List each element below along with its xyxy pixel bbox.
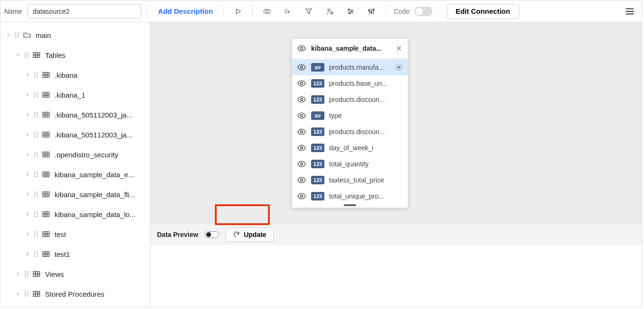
close-icon[interactable] xyxy=(395,44,403,53)
hamburger-menu-icon[interactable] xyxy=(622,3,638,19)
tree-table-item[interactable]: kibana_sample_data_fli... xyxy=(0,184,150,204)
drag-handle-icon[interactable] xyxy=(33,211,39,218)
field-row[interactable]: 123products.discoun... xyxy=(292,91,408,108)
chevron-right-icon[interactable] xyxy=(23,150,32,159)
equalizer-icon[interactable] xyxy=(363,4,380,18)
svg-point-120 xyxy=(301,163,303,165)
edit-connection-button[interactable]: Edit Connection xyxy=(447,4,519,19)
code-toggle[interactable] xyxy=(414,7,432,16)
tree-label: Tables xyxy=(45,51,65,59)
tree-root-main[interactable]: main xyxy=(0,25,150,45)
tree-table-item[interactable]: .kibana_505112003_ja... xyxy=(0,125,150,145)
field-row[interactable]: 123day_of_week_i xyxy=(292,140,408,156)
drag-handle-icon[interactable] xyxy=(33,91,39,98)
tree-group-stored-procedures[interactable]: Stored Procedures xyxy=(0,284,150,304)
card-resize-handle[interactable] xyxy=(292,203,408,208)
tree-table-item[interactable]: kibana_sample_data_lo... xyxy=(0,204,150,224)
svg-point-70 xyxy=(37,196,37,197)
chevron-down-icon[interactable] xyxy=(4,31,13,39)
data-preview-toggle[interactable] xyxy=(205,231,219,238)
chevron-right-icon[interactable] xyxy=(23,130,32,139)
drag-handle-icon[interactable] xyxy=(33,171,39,178)
svg-rect-29 xyxy=(43,73,49,78)
field-row[interactable]: strproducts.manufa... xyxy=(292,59,408,75)
user-settings-icon[interactable] xyxy=(321,4,338,18)
drag-handle-icon[interactable] xyxy=(33,251,39,257)
chevron-right-icon[interactable] xyxy=(23,250,32,258)
svg-point-21 xyxy=(27,56,28,57)
chevron-right-icon[interactable] xyxy=(23,170,32,179)
svg-point-65 xyxy=(34,191,35,192)
field-row[interactable]: strtype xyxy=(292,108,408,124)
tree-table-item[interactable]: .kibana xyxy=(0,65,150,85)
toolbar: Name Add Description Code Edit Con xyxy=(0,0,642,22)
field-row[interactable]: 123total_quantity xyxy=(292,156,408,172)
run-icon[interactable] xyxy=(230,4,247,18)
filter-icon[interactable] xyxy=(300,4,317,18)
chevron-right-icon[interactable] xyxy=(23,91,32,99)
svg-point-33 xyxy=(37,94,37,95)
tree-table-item[interactable]: .kibana_505112003_ja... xyxy=(0,105,150,125)
schema-tree[interactable]: main Tables .kibana.kibana_1.kibana_5051… xyxy=(0,22,150,307)
drag-handle-icon[interactable] xyxy=(33,131,39,138)
chevron-right-icon[interactable] xyxy=(23,230,32,238)
eye-icon[interactable] xyxy=(297,63,306,72)
svg-point-39 xyxy=(34,114,35,115)
chevron-right-icon[interactable] xyxy=(14,290,22,298)
chevron-right-icon[interactable] xyxy=(14,270,22,278)
chevron-down-icon[interactable] xyxy=(14,51,22,59)
field-name: products.base_un... xyxy=(329,80,403,87)
drag-handle-icon[interactable] xyxy=(14,32,20,38)
canvas-area[interactable]: kibana_sample_data... strproducts.manufa… xyxy=(150,22,642,223)
eye-icon[interactable] xyxy=(297,79,306,88)
tree-group-tables[interactable]: Tables xyxy=(0,45,150,65)
drag-handle-icon[interactable] xyxy=(23,291,30,297)
svg-point-42 xyxy=(37,116,37,117)
svg-point-27 xyxy=(34,76,35,77)
eye-icon[interactable] xyxy=(297,191,306,201)
chevron-right-icon[interactable] xyxy=(23,190,32,199)
svg-point-80 xyxy=(37,231,37,232)
tree-table-item[interactable]: kibana_sample_data_e... xyxy=(0,164,150,184)
tree-table-item[interactable]: test xyxy=(0,224,150,244)
drag-handle-icon[interactable] xyxy=(33,191,39,198)
drag-handle-icon[interactable] xyxy=(33,231,39,237)
drag-handle-icon[interactable] xyxy=(23,271,30,277)
eye-icon[interactable] xyxy=(297,143,306,153)
eye-icon[interactable] xyxy=(297,175,306,185)
drag-handle-icon[interactable] xyxy=(23,52,30,58)
chevron-right-icon[interactable] xyxy=(23,71,32,79)
join-icon[interactable] xyxy=(258,4,276,18)
field-row[interactable]: 123total_unique_pro... xyxy=(292,188,408,203)
field-list[interactable]: strproducts.manufa...123products.base_un… xyxy=(292,58,408,203)
sliders-icon[interactable] xyxy=(342,4,359,18)
svg-point-55 xyxy=(34,156,35,157)
name-input[interactable] xyxy=(28,4,141,18)
tree-group-views[interactable]: Views xyxy=(0,264,150,284)
table-icon xyxy=(32,269,41,279)
chevron-right-icon[interactable] xyxy=(23,110,32,119)
tree-table-item[interactable]: test1 xyxy=(0,244,150,264)
svg-point-98 xyxy=(27,275,28,276)
chevron-right-icon[interactable] xyxy=(23,210,32,218)
drag-handle-icon[interactable] xyxy=(33,151,39,158)
add-description-link[interactable]: Add Description xyxy=(153,7,218,15)
eye-icon[interactable] xyxy=(297,127,306,136)
tree-table-item[interactable]: .opendistro_security xyxy=(0,145,150,164)
type-badge: 123 xyxy=(311,192,324,200)
field-row[interactable]: 123products.base_un... xyxy=(292,75,408,91)
tree-table-item[interactable]: .kibana_1 xyxy=(0,85,150,105)
eye-icon[interactable] xyxy=(297,95,306,104)
drag-handle-icon[interactable] xyxy=(33,72,39,78)
gear-icon[interactable] xyxy=(395,63,403,72)
eye-icon[interactable] xyxy=(297,159,306,169)
update-button[interactable]: Update xyxy=(226,227,273,242)
field-row[interactable]: 123taxless_total_price xyxy=(292,172,408,188)
svg-point-83 xyxy=(34,236,35,236)
eye-icon[interactable] xyxy=(297,111,306,120)
eye-icon[interactable] xyxy=(297,44,306,53)
fx-icon[interactable] xyxy=(279,4,296,18)
field-row[interactable]: 123products.discoun... xyxy=(292,124,408,140)
card-header: kibana_sample_data... xyxy=(292,39,408,58)
drag-handle-icon[interactable] xyxy=(33,111,39,118)
